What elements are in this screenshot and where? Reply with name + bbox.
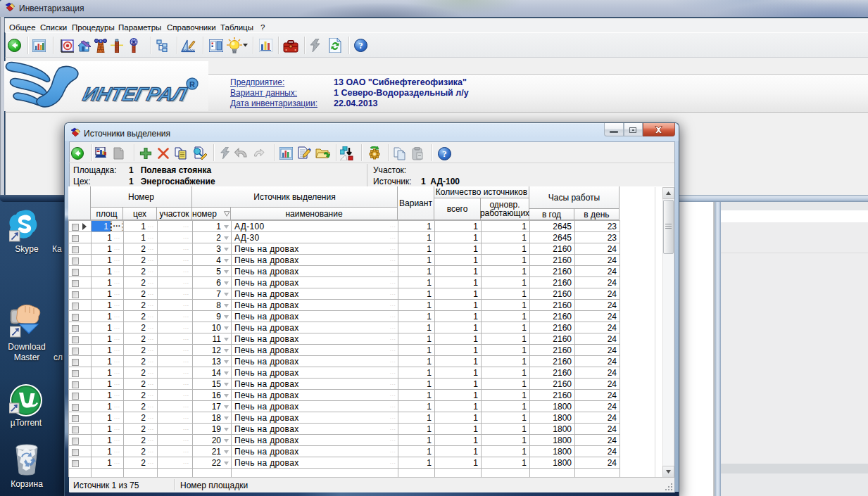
svg-text:?: ?	[358, 40, 363, 51]
svg-text:ИНТЕГРАЛ: ИНТЕГРАЛ	[81, 83, 190, 105]
svg-text:R: R	[189, 80, 195, 89]
svg-text:?: ?	[442, 148, 447, 159]
